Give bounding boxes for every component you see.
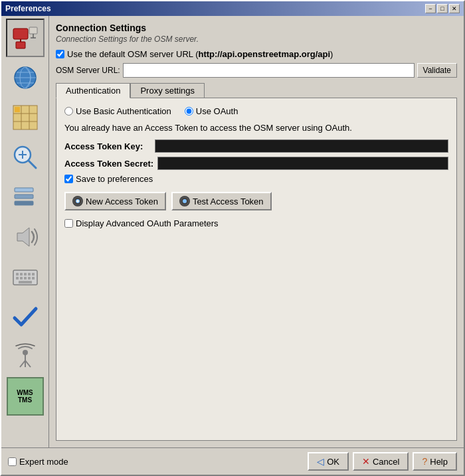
sidebar-item-grid[interactable] [6,98,45,137]
wms-tms-label: WMSTMS [7,377,44,416]
svg-rect-29 [28,273,31,276]
svg-line-38 [20,360,25,367]
cancel-button[interactable]: ✕ Cancel [353,452,409,471]
use-default-url-row: Use the default OSM server URL (http://a… [56,49,457,59]
svg-rect-32 [20,277,23,279]
expert-mode-checkbox[interactable] [8,457,17,466]
connection-icon [9,22,41,54]
oauth-label: Use OAuth [185,106,238,116]
server-url-label: OSM Server URL: [56,66,120,75]
svg-rect-23 [15,201,33,205]
svg-rect-3 [29,27,37,34]
sidebar-item-keyboard[interactable] [6,258,45,296]
zoom-icon [9,141,41,173]
advanced-oauth-row: Display Advanced OAuth Parameters [64,218,448,228]
main-content: Connection Settings Connection Settings … [49,16,464,447]
tab-authentication[interactable]: Authentication [56,83,130,98]
validate-button[interactable]: Validate [417,63,457,78]
sidebar-item-layer[interactable] [6,178,45,216]
antenna-icon [9,341,41,372]
access-token-secret-value[interactable] [157,157,448,170]
svg-rect-30 [32,273,35,276]
action-buttons-row: New Access Token Test Access Token [64,192,448,210]
grid-icon [9,102,41,133]
svg-point-46 [183,199,187,203]
section-title: Connection Settings [56,23,457,33]
svg-rect-35 [32,277,35,279]
check-icon [9,301,41,333]
sidebar-item-zoom[interactable] [6,138,45,177]
bottom-buttons: ◁ OK ✕ Cancel ? Help [308,452,457,471]
sidebar-item-antenna[interactable] [6,337,45,376]
sidebar-item-wms[interactable]: WMSTMS [6,377,45,416]
expert-mode-label: Expert mode [19,457,68,467]
globe-icon [9,62,41,94]
use-default-text: Use the default OSM server URL (http://a… [67,49,333,59]
test-token-icon [179,196,190,206]
svg-point-40 [23,350,28,355]
layer-icon [9,181,41,213]
sidebar-item-audio[interactable] [6,218,45,256]
title-bar: Preferences − □ ✕ [1,1,464,16]
svg-line-39 [25,360,31,367]
access-token-key-row: Access Token Key: [64,139,448,153]
ok-icon: ◁ [317,456,324,467]
default-url-bold: http://api.openstreetmap.org/api [198,49,330,59]
svg-rect-16 [15,107,20,112]
svg-rect-22 [15,195,33,198]
server-url-input[interactable] [123,63,415,78]
svg-line-18 [29,161,36,168]
expert-mode-section: Expert mode [8,457,68,467]
keyboard-icon [9,261,41,293]
svg-rect-36 [19,281,32,283]
oauth-info-text: You already have an Access Token to acce… [64,123,448,133]
cancel-icon: ✕ [362,456,370,467]
access-token-secret-label: Access Token Secret: [64,159,153,169]
help-button[interactable]: ? Help [413,452,457,471]
use-default-url-checkbox[interactable] [56,50,64,58]
close-button[interactable]: ✕ [449,4,460,13]
new-token-icon [72,196,83,206]
svg-rect-34 [28,277,31,279]
sidebar-item-check[interactable] [6,297,45,336]
save-to-prefs-label: Save to preferences [76,174,153,184]
section-subtitle: Connection Settings for the OSM server. [56,35,457,44]
svg-rect-33 [24,277,27,279]
access-token-key-value[interactable] [155,139,448,153]
svg-rect-0 [13,29,28,39]
save-to-prefs-row: Save to preferences [64,174,448,184]
basic-auth-label: Use Basic Authentication [64,106,171,116]
sidebar: WMSTMS [1,16,49,447]
sidebar-item-connection[interactable] [6,19,45,57]
window-body: WMSTMS Connection Settings Connection Se… [1,16,464,447]
title-bar-buttons: − □ ✕ [425,4,460,13]
tab-proxy[interactable]: Proxy settings [130,83,205,98]
use-default-url-label: Use the default OSM server URL (http://a… [56,49,333,59]
help-icon: ? [422,456,427,467]
maximize-button[interactable]: □ [437,4,448,13]
sidebar-item-globe[interactable] [6,58,45,97]
save-to-prefs-checkbox[interactable] [64,175,73,183]
svg-rect-28 [24,273,27,276]
preferences-window: Preferences − □ ✕ [0,0,465,476]
test-access-token-button[interactable]: Test Access Token [171,192,272,210]
svg-rect-27 [20,273,23,276]
access-token-key-label: Access Token Key: [64,141,151,151]
basic-auth-radio[interactable] [64,107,73,116]
bottom-bar: Expert mode ◁ OK ✕ Cancel ? Help [1,447,464,475]
svg-rect-21 [15,188,33,192]
tabs: Authentication Proxy settings [56,83,457,98]
audio-icon [9,221,41,253]
window-title: Preferences [5,4,51,13]
ok-button[interactable]: ◁ OK [308,452,349,471]
new-access-token-button[interactable]: New Access Token [64,192,166,210]
display-advanced-label: Display Advanced OAuth Parameters [76,218,219,228]
svg-marker-24 [17,228,29,246]
minimize-button[interactable]: − [425,4,436,13]
access-token-secret-row: Access Token Secret: [64,157,448,170]
tab-content-authentication: Use Basic Authentication Use OAuth You a… [56,98,457,441]
oauth-radio[interactable] [185,107,193,116]
svg-rect-1 [16,42,25,48]
display-advanced-checkbox[interactable] [64,219,73,228]
svg-rect-31 [16,277,19,279]
